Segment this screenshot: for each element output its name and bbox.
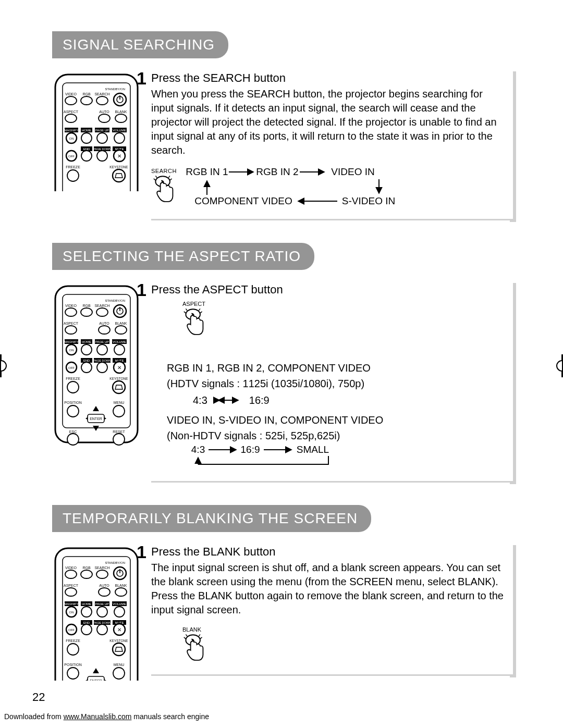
section-title-blanking: TEMPORARILY BLANKING THE SCREEN <box>52 505 371 532</box>
footer-link[interactable]: www.Manualslib.com <box>64 712 132 721</box>
section-title-aspect-ratio: SELECTING THE ASPECT RATIO <box>52 243 314 270</box>
section-title-signal-searching: SIGNAL SEARCHING <box>52 31 228 58</box>
press-aspect-icon: ASPECT <box>182 301 506 339</box>
step-number: 1 <box>137 542 146 562</box>
aspect-video-heading: VIDEO IN, S-VIDEO IN, COMPONENT VIDEO <box>167 412 506 428</box>
aspect-ratio-cycle: 4:3 16:9 SMALL <box>188 445 506 467</box>
remote-diagram <box>52 283 141 452</box>
press-search-icon: SEARCH <box>151 168 177 207</box>
step-title: Press the ASPECT button <box>151 283 506 297</box>
step-body: When you press the SEARCH button, the pr… <box>151 87 506 157</box>
aspect-ratio-toggle: 4:3 16:9 <box>188 392 506 408</box>
svg-text:VIDEO IN: VIDEO IN <box>331 166 374 177</box>
footer: Downloaded from www.Manualslib.com manua… <box>0 712 209 721</box>
svg-text:RGB IN 2: RGB IN 2 <box>256 166 298 177</box>
svg-text:16:9: 16:9 <box>241 445 260 455</box>
svg-text:4:3: 4:3 <box>191 445 205 455</box>
step-body: The input signal screen is shut off, and… <box>151 561 506 617</box>
remote-diagram <box>52 71 141 193</box>
press-blank-icon: BLANK <box>182 626 506 665</box>
step-title: Press the SEARCH button <box>151 71 506 85</box>
aspect-nonhdtv-signals: (Non-HDTV signals : 525i, 525p,625i) <box>167 428 506 443</box>
step-number: 1 <box>137 68 146 89</box>
svg-text:SMALL: SMALL <box>297 445 329 455</box>
page-number: 22 <box>32 690 45 704</box>
input-cycle-diagram: RGB IN 1 RGB IN 2 VIDEO IN COMPONENT VID… <box>186 165 415 209</box>
aspect-rgb-heading: RGB IN 1, RGB IN 2, COMPONENT VIDEO <box>167 360 506 376</box>
step-number: 1 <box>137 280 146 300</box>
svg-text:COMPONENT VIDEO: COMPONENT VIDEO <box>194 195 292 206</box>
svg-text:RGB IN 1: RGB IN 1 <box>186 166 228 177</box>
svg-text:S-VIDEO IN: S-VIDEO IN <box>342 195 395 206</box>
remote-diagram <box>52 545 141 681</box>
aspect-hdtv-signals: (HDTV signals : 1125i (1035i/1080i), 750… <box>167 376 506 391</box>
step-title: Press the BLANK button <box>151 545 506 559</box>
